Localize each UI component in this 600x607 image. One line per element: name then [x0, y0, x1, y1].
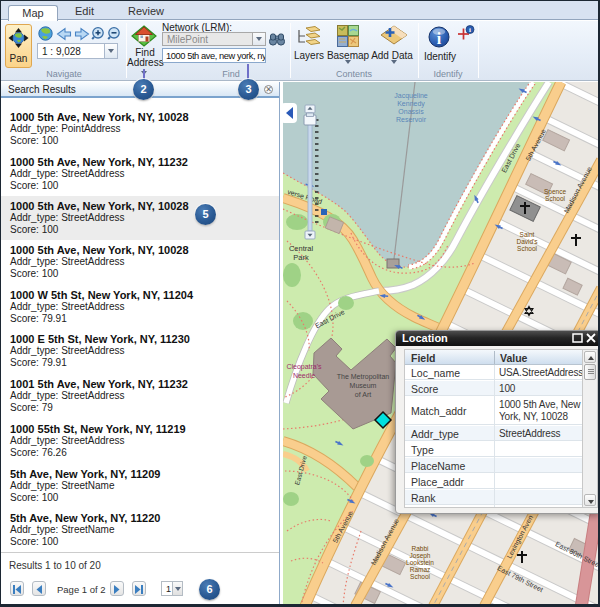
- svg-text:The Metropolitan: The Metropolitan: [337, 373, 390, 381]
- svg-text:Needle: Needle: [293, 372, 315, 379]
- svg-text:Saint: Saint: [520, 231, 535, 238]
- svg-text:Reservoir: Reservoir: [396, 116, 427, 123]
- svg-text:School: School: [545, 195, 565, 202]
- svg-text:of Art: of Art: [355, 391, 371, 398]
- svg-text:Cleopatra's: Cleopatra's: [286, 363, 322, 371]
- svg-text:David's: David's: [516, 238, 538, 245]
- svg-text:School: School: [410, 573, 430, 580]
- svg-text:Central: Central: [289, 244, 314, 253]
- svg-text:Museum: Museum: [350, 382, 377, 389]
- svg-text:Onassis: Onassis: [398, 108, 424, 115]
- svg-text:Ramaz: Ramaz: [410, 566, 431, 573]
- svg-text:i: i: [437, 30, 442, 47]
- svg-text:Kennedy: Kennedy: [397, 100, 425, 108]
- svg-text:Park: Park: [293, 253, 309, 262]
- svg-text:School: School: [517, 245, 537, 252]
- svg-text:Lookstein: Lookstein: [406, 559, 434, 566]
- svg-text:Jacqueline: Jacqueline: [394, 92, 428, 100]
- svg-text:Rabbi: Rabbi: [412, 545, 429, 552]
- svg-text:i: i: [469, 26, 471, 34]
